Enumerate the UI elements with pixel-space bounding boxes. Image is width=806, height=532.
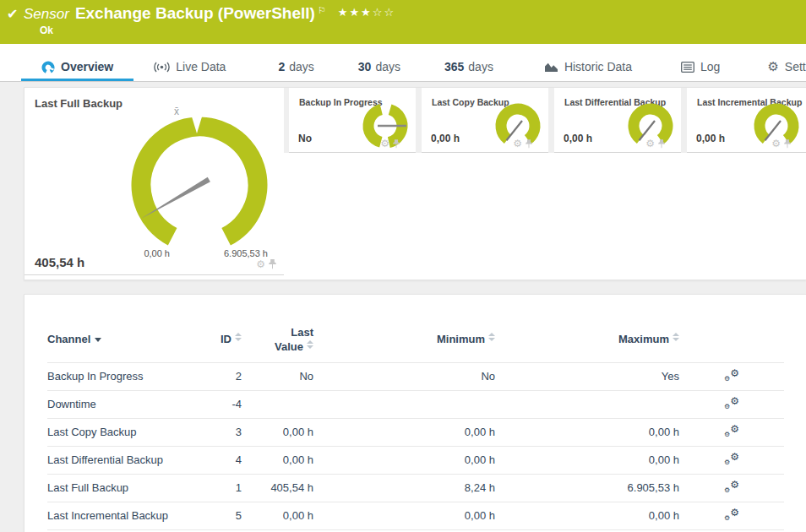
sort-icon xyxy=(488,333,495,341)
channel-link[interactable]: Last Incremental Backup xyxy=(47,502,204,529)
table-row: Last Full Backup 1 405,54 h 8,24 h 6.905… xyxy=(47,474,784,502)
gauge-tile-last-incremental-backup: Last Incremental Backup 0,00 h ⚙ xyxy=(687,88,806,153)
channel-last-value: 0,00 h xyxy=(242,418,313,446)
channel-minimum: 0,00 h xyxy=(313,502,495,529)
gauges-panel: Last Full Backup x̄ 0,00 h 6.905,53 h 40… xyxy=(24,87,806,280)
edit-channel-icon[interactable]: ⚙⚙ xyxy=(724,368,739,382)
tab-log[interactable]: Log xyxy=(661,52,740,81)
live-signal-icon xyxy=(154,62,170,73)
chevron-down-icon xyxy=(95,338,101,342)
pin-icon[interactable] xyxy=(393,139,400,149)
tab-live-data[interactable]: Live Data xyxy=(133,52,246,81)
channel-last-value: No xyxy=(242,362,313,390)
channel-maximum xyxy=(495,390,679,418)
edit-channel-icon[interactable]: ⚙⚙ xyxy=(724,480,739,493)
gauge-settings-gear-icon[interactable]: ⚙ xyxy=(513,138,522,149)
gauge-tile-last-full-backup: Last Full Backup x̄ 0,00 h 6.905,53 h 40… xyxy=(25,88,284,275)
tab-30-days[interactable]: 30 days xyxy=(338,52,421,81)
edit-channel-icon[interactable]: ⚙⚙ xyxy=(724,508,739,521)
channel-maximum: 0,00 h xyxy=(495,446,679,474)
channel-minimum: 0,00 h xyxy=(313,446,495,474)
tab-label: days xyxy=(289,60,314,73)
mean-marker-icon: x̄ xyxy=(174,106,179,117)
channels-panel: Channel ID Last Value Minimum Maximum xyxy=(24,294,806,532)
channel-link[interactable]: Downtime xyxy=(47,390,204,418)
pin-icon[interactable] xyxy=(269,259,276,269)
gauge-value: 405,54 h xyxy=(35,255,84,269)
sort-icon xyxy=(235,333,242,341)
status-ok-icon: ✔ xyxy=(7,6,18,22)
column-header-last-value[interactable]: Last Value xyxy=(242,318,313,362)
channel-last-value: 0,00 h xyxy=(242,502,313,529)
channel-id: 4 xyxy=(204,446,242,474)
table-row: Last Copy Backup 3 0,00 h 0,00 h 0,00 h … xyxy=(47,418,784,446)
tab-number: 30 xyxy=(358,60,372,73)
channel-link[interactable]: Backup In Progress xyxy=(47,362,204,390)
gauge-value: 0,00 h xyxy=(564,133,592,144)
channel-id: 5 xyxy=(204,502,242,529)
tile-gap xyxy=(416,88,422,153)
tab-365-days[interactable]: 365 days xyxy=(424,52,514,81)
gauge-scale-max: 6.905,53 h xyxy=(215,248,268,258)
gauge-settings-gear-icon[interactable]: ⚙ xyxy=(771,138,781,149)
tile-gap xyxy=(681,88,687,153)
gauge-settings-gear-icon[interactable]: ⚙ xyxy=(645,138,655,149)
gauge-chart-last-full-backup: x̄ xyxy=(123,103,275,272)
tab-2-days[interactable]: 2 days xyxy=(258,52,334,81)
column-header-id[interactable]: ID xyxy=(204,318,242,362)
log-list-icon xyxy=(681,62,694,73)
channel-last-value xyxy=(242,390,313,418)
channel-last-value: 405,54 h xyxy=(242,474,313,502)
tab-bar: Overview Live Data 2 days 30 days 365 da… xyxy=(0,52,806,82)
channel-link[interactable]: Last Full Backup xyxy=(47,474,204,502)
edit-channel-icon[interactable]: ⚙⚙ xyxy=(724,452,739,465)
channel-id: 2 xyxy=(204,362,242,390)
overview-content: Last Full Backup x̄ 0,00 h 6.905,53 h 40… xyxy=(0,82,806,532)
edit-channel-icon[interactable]: ⚙⚙ xyxy=(724,424,739,437)
column-header-tools xyxy=(679,318,784,362)
pin-icon[interactable] xyxy=(658,139,665,149)
channel-id: -4 xyxy=(204,390,242,418)
area-chart-icon xyxy=(544,62,558,73)
channel-minimum xyxy=(313,390,495,418)
column-header-minimum[interactable]: Minimum xyxy=(313,318,495,362)
tab-label: days xyxy=(468,60,493,73)
table-row: Last Incremental Backup 5 0,00 h 0,00 h … xyxy=(47,502,784,529)
table-row: Downtime -4 ⚙⚙ xyxy=(47,390,784,418)
object-kind-label: Sensor xyxy=(24,6,69,22)
tab-label: days xyxy=(375,60,400,73)
pin-icon[interactable] xyxy=(784,139,791,149)
priority-stars[interactable]: ★★★☆☆ xyxy=(338,6,395,19)
channel-minimum: 8,24 h xyxy=(313,474,495,502)
gauge-tile-backup-in-progress: Backup In Progress No ⚙ xyxy=(289,88,416,153)
favorite-flag-icon[interactable]: ⚐ xyxy=(318,5,326,16)
status-badge: Ok xyxy=(40,24,53,36)
channel-link[interactable]: Last Copy Backup xyxy=(47,418,204,446)
channel-maximum: Yes xyxy=(495,362,679,390)
table-row: Last Differential Backup 4 0,00 h 0,00 h… xyxy=(47,446,784,474)
gear-icon: ⚙ xyxy=(767,61,778,73)
tab-settings[interactable]: ⚙ Settings xyxy=(747,52,806,81)
gauge-title: Last Full Backup xyxy=(35,97,123,110)
tab-overview[interactable]: Overview xyxy=(21,52,133,81)
tab-label: Historic Data xyxy=(564,60,632,73)
column-header-maximum[interactable]: Maximum xyxy=(495,318,679,362)
gauge-settings-gear-icon[interactable]: ⚙ xyxy=(256,259,265,269)
tab-label: Settings xyxy=(785,60,806,73)
channel-last-value: 0,00 h xyxy=(242,446,313,474)
table-row: Backup In Progress 2 No No Yes ⚙⚙ xyxy=(47,362,784,390)
column-header-channel[interactable]: Channel xyxy=(47,318,204,362)
gauge-value: 0,00 h xyxy=(696,133,725,144)
tab-historic-data[interactable]: Historic Data xyxy=(524,52,652,81)
channel-link[interactable]: Last Differential Backup xyxy=(47,446,204,474)
gauge-icon xyxy=(41,61,55,73)
gauge-value: No xyxy=(298,133,312,144)
channel-id: 3 xyxy=(204,418,242,446)
channel-minimum: No xyxy=(313,362,495,390)
sort-icon xyxy=(307,340,313,349)
gauge-tile-last-copy-backup: Last Copy Backup 0,00 h ⚙ xyxy=(422,88,548,153)
channel-minimum: 0,00 h xyxy=(313,418,495,446)
edit-channel-icon[interactable]: ⚙⚙ xyxy=(724,396,739,410)
pin-icon[interactable] xyxy=(526,139,532,149)
gauge-settings-gear-icon[interactable]: ⚙ xyxy=(380,138,389,149)
